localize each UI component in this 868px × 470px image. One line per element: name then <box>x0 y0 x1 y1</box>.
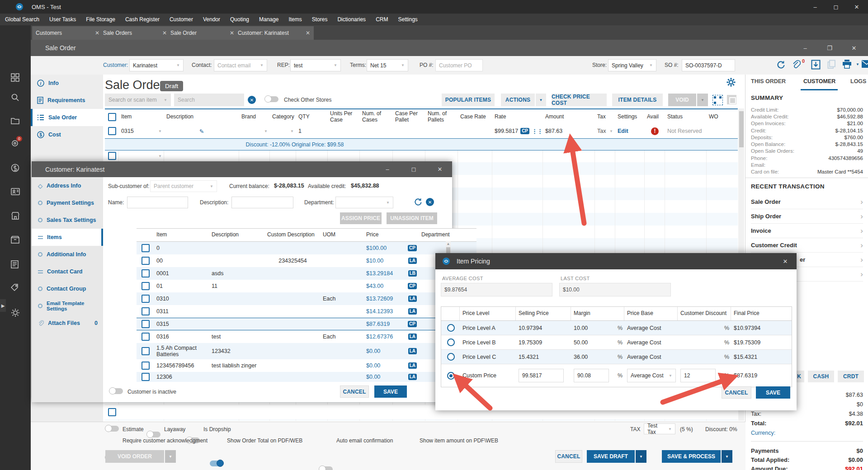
price-level-c-radio[interactable] <box>447 353 455 361</box>
tax-select[interactable]: Test Tax▼ <box>644 423 675 434</box>
row-checkbox[interactable] <box>142 362 150 370</box>
pricing-row-level-c[interactable]: Price Level C 15.4321 36.00% Average Cos… <box>441 350 792 364</box>
menu-manage[interactable]: Manage <box>254 16 283 23</box>
customer-item-row[interactable]: 0311 $14.12393LA <box>137 305 476 318</box>
estimate-toggle[interactable] <box>105 426 119 432</box>
row-checkbox[interactable] <box>142 244 150 252</box>
menu-cash-register[interactable]: Cash Register <box>120 16 165 23</box>
menu-quoting[interactable]: Quoting <box>225 16 254 23</box>
pricing-row-custom[interactable]: Custom Price 99.5817 90.08% Average Cost… <box>441 364 792 387</box>
customer-nav-attach-files[interactable]: Attach Files0 <box>32 315 103 332</box>
save-process-button[interactable]: SAVE & PROCESS <box>662 450 721 463</box>
customer-window-titlebar[interactable]: Customer: Karinatest – ◻ ✕ <box>32 161 452 177</box>
credit-payment-button[interactable]: CRDT <box>838 371 864 382</box>
search-icon[interactable] <box>11 93 19 102</box>
customer-item-row[interactable]: 0316 test Each $12.67376LA <box>137 330 476 343</box>
pricing-row-level-a[interactable]: Price Level A 10.97394 10.00% Average Co… <box>441 321 792 335</box>
terms-select[interactable]: Net 15▼ <box>367 59 408 71</box>
item-details-button[interactable]: ITEM DETAILS <box>612 94 663 106</box>
tab-customer-karinatest[interactable]: Customer: Karinatest✕ <box>234 26 314 40</box>
contact-select[interactable]: Contact email▼ <box>214 59 267 71</box>
dialog-save-button[interactable]: SAVE <box>756 386 790 399</box>
customer-nav-email-template[interactable]: Email Template Settings <box>32 297 103 315</box>
tab-sale-orders[interactable]: Sale Orders✕ <box>99 26 170 40</box>
customer-nav-contact-card[interactable]: Contact Card <box>32 263 103 280</box>
customer-nav-sales-tax[interactable]: Sales Tax Settings <box>32 212 103 229</box>
customer-item-row[interactable]: 00 234325454 $10.00LA <box>137 254 476 267</box>
sub-customer-select[interactable]: Parent customer▼ <box>150 180 217 192</box>
menu-items[interactable]: Items <box>283 16 307 23</box>
app-restore-button[interactable]: ◻ <box>828 2 844 12</box>
grid-layout-icon[interactable] <box>727 95 736 104</box>
row-checkbox[interactable] <box>142 373 150 381</box>
menu-stores[interactable]: Stores <box>307 16 333 23</box>
rep-select[interactable]: test▼ <box>290 59 341 71</box>
customer-cancel-button[interactable]: CANCEL <box>340 385 369 398</box>
row-checkbox[interactable] <box>142 307 150 315</box>
tab-close-icon[interactable]: ✕ <box>95 30 99 36</box>
auto-email-toggle[interactable] <box>319 466 333 470</box>
row-checkbox[interactable] <box>142 295 150 303</box>
so-window-titlebar[interactable]: Sale Order – ❐ ✕ <box>31 40 868 56</box>
grid-select-icon[interactable] <box>712 95 723 105</box>
customer-item-row[interactable]: 0001 asds $13.29184LB <box>137 267 476 280</box>
customer-item-row-selected[interactable]: 0315 $87.6319CP <box>137 318 476 330</box>
filter-name-input[interactable] <box>127 197 188 208</box>
menu-crm[interactable]: CRM <box>371 16 393 23</box>
edit-description-icon[interactable]: ✎ <box>164 128 239 135</box>
recent-item-sale-order[interactable]: Sale Order› <box>751 195 863 209</box>
save-draft-button[interactable]: SAVE DRAFT <box>587 450 635 463</box>
row-checkbox[interactable] <box>142 333 150 341</box>
dashboard-icon[interactable] <box>11 73 19 82</box>
scroll-up-icon[interactable]: ▲ <box>446 241 451 246</box>
item-search-input[interactable] <box>174 94 244 106</box>
store-select[interactable]: Spring Valley▼ <box>608 59 656 71</box>
customer-inactive-toggle[interactable] <box>109 388 123 394</box>
void-order-button[interactable]: VOID ORDER <box>105 450 164 463</box>
recent-item-invoice[interactable]: Invoice› <box>751 224 863 238</box>
customer-item-row-clipped[interactable]: 12306 $0.00LA <box>137 372 476 382</box>
app-close-button[interactable]: ✕ <box>849 2 864 12</box>
custom-discount-input[interactable]: 12 <box>680 369 716 382</box>
copy-icon[interactable] <box>827 60 836 69</box>
contacts-icon[interactable] <box>11 188 20 195</box>
so-restore-button[interactable]: ❐ <box>822 43 837 53</box>
check-other-stores-toggle[interactable] <box>265 96 278 102</box>
popular-items-button[interactable]: POPULAR ITEMS <box>442 94 495 106</box>
dialog-cancel-button[interactable]: CANCEL <box>722 386 751 399</box>
custom-price-radio[interactable] <box>447 372 455 380</box>
inventory-icon[interactable] <box>11 236 19 244</box>
row-checkbox[interactable] <box>108 127 116 135</box>
rate-cell[interactable]: $99.5817CP⋮⋮ <box>492 128 542 135</box>
tags-icon[interactable] <box>11 284 19 292</box>
tab-close-icon[interactable]: ✕ <box>230 30 234 36</box>
actions-button[interactable]: ACTIONS <box>501 94 535 106</box>
so-table-row[interactable]: 0315▼ ✎ ▼ ▼ 1 $99.5817CP⋮⋮ $87.63 Tax▼ E… <box>105 124 738 138</box>
clear-search-icon[interactable]: ✕ <box>248 96 256 104</box>
payments-icon[interactable] <box>11 164 19 172</box>
page-settings-gear-icon[interactable] <box>726 77 736 87</box>
filter-description-input[interactable] <box>231 197 293 208</box>
custom-price-base-select[interactable]: Average Cost▼ <box>627 369 676 382</box>
customer-nav-payment-settings[interactable]: Payment Settings <box>32 194 103 212</box>
so-minimize-button[interactable]: – <box>797 43 813 53</box>
so-nav-requirements[interactable]: Requirements <box>31 92 103 109</box>
cash-payment-button[interactable]: CASH <box>808 371 834 382</box>
menu-dictionaries[interactable]: Dictionaries <box>332 16 371 23</box>
app-titlebar[interactable]: OMS - Test – ◻ ✕ <box>0 0 868 14</box>
tracking-icon[interactable]: 0 <box>11 139 19 148</box>
custom-selling-price-input[interactable]: 99.5817 <box>519 369 564 382</box>
row-checkbox[interactable] <box>142 269 150 277</box>
void-dropdown-button[interactable]: ▼ <box>697 94 708 106</box>
price-level-a-radio[interactable] <box>447 324 455 332</box>
tax-cell[interactable]: Tax▼ <box>594 128 615 134</box>
dialog-titlebar[interactable]: Item Pricing ✕ <box>435 253 797 269</box>
rate-menu-icon[interactable]: ⋮⋮ <box>532 128 542 135</box>
po-input[interactable] <box>435 59 483 71</box>
menu-file-storage[interactable]: File Storage <box>81 16 120 23</box>
customer-item-row[interactable]: 1.5 Ah Compact Batteries 123432 $0.00LA <box>137 343 476 359</box>
filter-department-select[interactable]: ▼ <box>335 197 393 208</box>
so-nav-sale-order[interactable]: Sale Order <box>31 109 103 126</box>
so-table-row-empty[interactable]: ▼ <box>105 150 738 162</box>
void-button[interactable]: VOID <box>668 94 696 106</box>
